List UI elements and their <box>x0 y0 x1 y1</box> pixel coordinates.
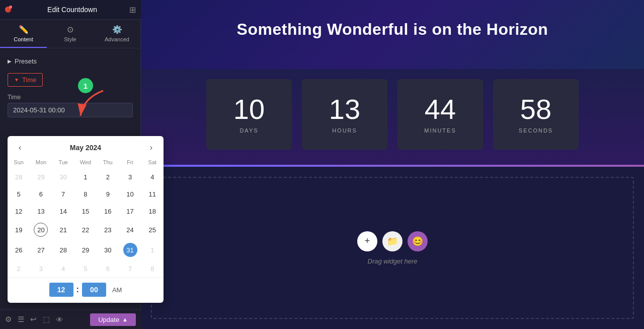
day-header-tue: Tue <box>52 157 74 168</box>
time-button-wrapper: ▼ Time <box>0 69 140 91</box>
calendar-day[interactable]: 10 <box>119 185 140 203</box>
tab-style[interactable]: ⊙ Style <box>47 20 94 48</box>
calendar-day[interactable]: 24 <box>119 220 140 240</box>
presets-label: Presets <box>15 57 37 65</box>
calendar-day[interactable]: 29 <box>74 240 97 260</box>
calendar-day[interactable]: 6 <box>30 185 52 203</box>
calendar-day[interactable]: 9 <box>97 185 119 203</box>
countdown-box: 58 SECONDS <box>493 79 579 150</box>
calendar-day[interactable]: 4 <box>52 260 74 277</box>
calendar-day[interactable]: 30 <box>97 240 119 260</box>
calendar-day[interactable]: 26 <box>8 240 30 260</box>
hero-section: Something Wonderful is on the Horizon <box>141 0 644 69</box>
countdown-box: 13 HOURS <box>302 79 387 150</box>
calendar-day[interactable]: 16 <box>97 203 119 220</box>
tabs-container: ✏️ Content ⊙ Style ⚙️ Advanced <box>0 20 140 48</box>
calendar-day[interactable]: 14 <box>52 203 74 220</box>
time-button[interactable]: ▼ Time <box>8 73 43 87</box>
calendar-grid: Sun Mon Tue Wed Thu Fri Sat 282930123456… <box>8 157 140 277</box>
count-value: 10 <box>233 95 265 123</box>
hour-spinner[interactable]: 12 <box>49 283 73 297</box>
calendar-day[interactable]: 19 <box>8 220 30 240</box>
calendar-day[interactable]: 21 <box>52 220 74 240</box>
calendar-day[interactable]: 29 <box>30 168 52 185</box>
calendar-popup: ‹ May 2024 › Sun Mon Tue Wed Thu Fri Sat <box>8 136 140 303</box>
presets-section-header[interactable]: ▶ Presets <box>0 53 140 69</box>
calendar-day[interactable]: 28 <box>8 168 30 185</box>
minute-spinner[interactable]: 00 <box>82 283 106 297</box>
time-field-label: Time <box>0 91 140 103</box>
count-label: DAYS <box>239 127 258 134</box>
advanced-icon: ⚙️ <box>112 25 122 34</box>
update-button[interactable]: Update ▲ <box>90 313 136 326</box>
time-input[interactable] <box>8 103 133 117</box>
calendar-day[interactable]: 3 <box>119 168 140 185</box>
countdown-section: 10 DAYS 13 HOURS 44 MINUTES 58 SECONDS <box>141 69 644 165</box>
count-label: HOURS <box>332 127 357 134</box>
countdown-box: 44 MINUTES <box>397 79 483 150</box>
calendar-day[interactable]: 2 <box>8 260 30 277</box>
day-header-thu: Thu <box>97 157 119 168</box>
tab-advanced-label: Advanced <box>105 36 129 42</box>
day-header-fri: Fri <box>119 157 140 168</box>
add-widget-button[interactable]: + <box>357 231 377 251</box>
emoji-button[interactable]: 😊 <box>408 231 428 251</box>
time-picker-row: 12 : 00 AM <box>8 277 140 303</box>
tab-advanced[interactable]: ⚙️ Advanced <box>94 20 140 48</box>
calendar-day[interactable]: 6 <box>97 260 119 277</box>
time-button-label: Time <box>22 76 36 84</box>
countdown-box: 10 DAYS <box>206 79 292 150</box>
count-value: 58 <box>520 95 551 123</box>
calendar-day[interactable]: 17 <box>119 203 140 220</box>
calendar-day[interactable]: 27 <box>30 240 52 260</box>
drop-zone[interactable]: + 📁 😊 Drag widget here <box>151 177 634 319</box>
day-header-mon: Mon <box>30 157 52 168</box>
calendar-day[interactable]: 1 <box>74 168 97 185</box>
history-icon[interactable]: ↩ <box>30 315 37 324</box>
calendar-day[interactable]: 31 <box>119 240 140 260</box>
time-arrow-icon: ▼ <box>14 77 19 83</box>
time-colon: : <box>75 285 80 294</box>
calendar-day[interactable]: 28 <box>52 240 74 260</box>
count-label: SECONDS <box>519 127 553 134</box>
template-button[interactable]: 📁 <box>382 231 403 251</box>
responsive-icon[interactable]: ⬚ <box>43 315 50 324</box>
update-label: Update <box>98 316 119 323</box>
count-label: MINUTES <box>424 127 456 134</box>
calendar-day[interactable]: 12 <box>8 203 30 220</box>
calendar-day[interactable]: 5 <box>74 260 97 277</box>
toolbar-icons: ⚙ ☰ ↩ ⬚ 👁 <box>5 315 63 324</box>
tab-content-label: Content <box>14 36 33 42</box>
count-value: 13 <box>329 95 360 123</box>
ampm-toggle[interactable]: AM <box>112 286 122 294</box>
hero-title: Something Wonderful is on the Horizon <box>151 20 634 39</box>
panel-title: Edit Countdown <box>15 6 129 14</box>
calendar-day[interactable]: 7 <box>119 260 140 277</box>
tab-content[interactable]: ✏️ Content <box>0 20 47 48</box>
calendar-day[interactable]: 7 <box>52 185 74 203</box>
calendar-day[interactable]: 5 <box>8 185 30 203</box>
calendar-day[interactable]: 20 <box>30 220 52 240</box>
bottom-toolbar: ⚙ ☰ ↩ ⬚ 👁 Update ▲ <box>0 309 141 329</box>
calendar-day[interactable]: 30 <box>52 168 74 185</box>
drop-zone-text: Drag widget here <box>368 257 418 265</box>
layers-icon[interactable]: ☰ <box>18 315 24 324</box>
preview-icon[interactable]: 👁 <box>56 315 63 324</box>
calendar-day[interactable]: 8 <box>74 185 97 203</box>
calendar-day[interactable]: 22 <box>74 220 97 240</box>
calendar-nav: ‹ May 2024 › <box>8 136 140 157</box>
update-chevron-icon: ▲ <box>122 316 128 322</box>
grid-icon[interactable]: ⊞ <box>129 5 136 15</box>
calendar-day[interactable]: 15 <box>74 203 97 220</box>
app-logo <box>5 7 11 13</box>
day-header-sun: Sun <box>8 157 30 168</box>
calendar-day[interactable]: 2 <box>97 168 119 185</box>
calendar-day[interactable]: 23 <box>97 220 119 240</box>
count-value: 44 <box>425 95 456 123</box>
panel-content: ▶ Presets ▼ Time Time ‹ May 2024 › <box>0 48 140 329</box>
prev-month-button[interactable]: ‹ <box>16 142 24 153</box>
calendar-day[interactable]: 13 <box>30 203 52 220</box>
settings-icon[interactable]: ⚙ <box>5 315 12 324</box>
divider <box>141 165 644 167</box>
calendar-day[interactable]: 3 <box>30 260 52 277</box>
